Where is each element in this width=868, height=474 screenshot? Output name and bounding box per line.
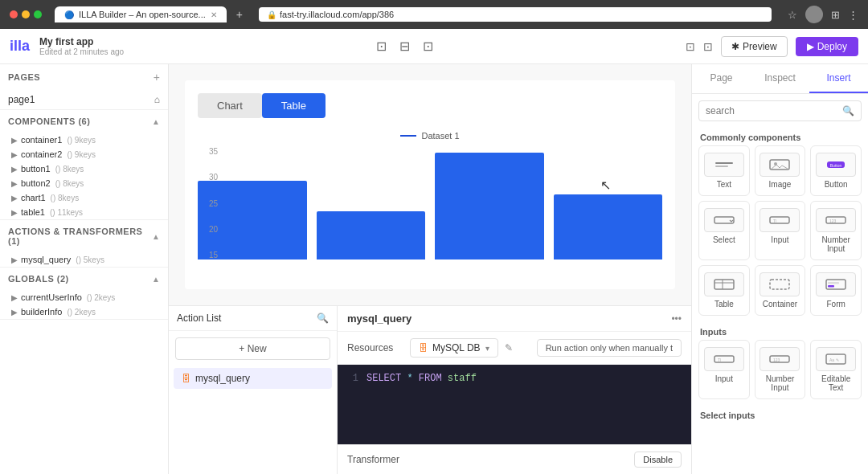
bar-4: [554, 194, 663, 259]
star-icon: ✱: [731, 41, 739, 52]
canvas-content: Chart Table Dataset 1 35 30 25: [185, 80, 675, 289]
right-panel-tabs: Page Inspect Insert: [692, 64, 868, 94]
actions-toggle-icon[interactable]: ▲: [152, 232, 160, 241]
component-select[interactable]: Select: [698, 201, 750, 260]
bar-3: [435, 153, 544, 259]
action-items-list: 🗄 mysql_query: [169, 366, 337, 474]
component-form-label: Form: [826, 300, 845, 309]
action-list-title: Action List: [177, 313, 221, 324]
desktop-layout-icon[interactable]: ⊡: [376, 39, 387, 54]
bookmark-icon[interactable]: ☆: [788, 9, 797, 21]
preview-button[interactable]: ✱ Preview: [721, 36, 788, 57]
minimize-dot[interactable]: [22, 10, 30, 18]
global-current-user[interactable]: ▶ currentUserInfo () 2keys: [0, 290, 168, 304]
action-item-mysql[interactable]: 🗄 mysql_query: [174, 368, 332, 389]
home-icon: ⌂: [154, 94, 160, 105]
pages-add-icon[interactable]: +: [154, 71, 160, 84]
number2-label: Number Input: [759, 374, 802, 392]
number-input2-card[interactable]: 123 Number Input: [755, 340, 806, 399]
global-builder-info[interactable]: ▶ builderInfo () 2keys: [0, 304, 168, 319]
run-condition-text[interactable]: Run action only when manually t: [537, 339, 682, 357]
number-input-component-icon: 123: [816, 208, 856, 232]
disable-button[interactable]: Disable: [634, 452, 682, 468]
actions-header[interactable]: ACTIONS & TRANSFORMERS (1) ▲: [0, 220, 168, 252]
browser-tab[interactable]: 🔵 ILLA Builder – An open-source... ✕: [55, 6, 227, 22]
globals-header[interactable]: GLOBALS (2) ▲: [0, 268, 168, 290]
component-image[interactable]: Image: [755, 145, 806, 196]
component-input[interactable]: T| Input: [755, 201, 806, 260]
right-search-bar[interactable]: 🔍: [698, 100, 862, 121]
logo-mark[interactable]: illa: [10, 38, 30, 55]
inputs-grid: T| Input 123 Number Input Aa ✎ Editable …: [692, 340, 868, 406]
select-inputs-title: Select inputs: [692, 406, 868, 423]
edit-resource-icon[interactable]: ✎: [505, 342, 513, 353]
component-number-input[interactable]: 123 Number Input: [810, 201, 862, 260]
chart-button[interactable]: Chart: [198, 93, 262, 118]
svg-text:Aa ✎: Aa ✎: [829, 358, 839, 362]
tab-title: ILLA Builder – An open-source...: [79, 10, 206, 19]
address-bar[interactable]: 🔒 fast-try.illacloud.com/app/386: [259, 7, 772, 22]
editable-label: Editable Text: [814, 374, 858, 392]
extension-icon[interactable]: ⊞: [831, 9, 840, 21]
component-text-label: Text: [717, 180, 731, 189]
mobile-layout-icon[interactable]: ⊡: [423, 39, 433, 54]
table-button[interactable]: Table: [262, 93, 326, 118]
topbar: illa My first app Edited at 2 minutes ag…: [0, 29, 868, 64]
components-header[interactable]: COMPONENTS (6) ▲: [0, 110, 168, 133]
component-container2[interactable]: ▶ container2 () 9keys: [0, 147, 168, 161]
tab-close-icon[interactable]: ✕: [211, 10, 217, 19]
commonly-components-grid: Text Image Button Button: [692, 145, 868, 322]
editable-text-card[interactable]: Aa ✎ Editable Text: [810, 340, 862, 399]
component-chart1[interactable]: ▶ chart1 () 8keys: [0, 190, 168, 205]
canvas-area: Chart Table Dataset 1 35 30 25: [169, 64, 691, 474]
tab-page[interactable]: Page: [692, 64, 751, 93]
menu-icon[interactable]: ⋮: [848, 9, 858, 21]
code-content: SELECT * FROM staff: [366, 373, 477, 384]
svg-text:T|: T|: [718, 358, 721, 362]
component-text[interactable]: Text: [698, 145, 750, 196]
action-mysql-query[interactable]: ▶ mysql_query () 5keys: [0, 252, 168, 267]
save-icon[interactable]: ⊡: [686, 40, 695, 53]
component-table1[interactable]: ▶ table1 () 11keys: [0, 205, 168, 219]
tablet-layout-icon[interactable]: ⊟: [399, 39, 410, 54]
browser-avatar[interactable]: [805, 6, 823, 23]
right-panel: Page Inspect Insert 🔍 Commonly component…: [691, 64, 868, 474]
svg-rect-11: [714, 280, 734, 289]
component-button2[interactable]: ▶ button2 () 8keys: [0, 176, 168, 190]
legend-label: Dataset 1: [421, 131, 459, 141]
query-more-icon[interactable]: •••: [671, 313, 682, 325]
close-dot[interactable]: [10, 10, 18, 18]
new-action-button[interactable]: + New: [175, 337, 330, 360]
url-text: fast-try.illacloud.com/app/386: [280, 10, 394, 19]
pages-header[interactable]: PAGES +: [0, 64, 168, 90]
component-form[interactable]: Form: [810, 265, 862, 316]
number2-icon: 123: [760, 347, 800, 371]
deploy-button[interactable]: ▶ Deploy: [796, 37, 858, 56]
canvas-top[interactable]: Chart Table Dataset 1 35 30 25: [169, 64, 691, 305]
components-toggle-icon[interactable]: ▲: [152, 117, 160, 126]
share-icon[interactable]: ⊡: [703, 40, 713, 53]
component-button1[interactable]: ▶ button1 () 8keys: [0, 161, 168, 176]
component-container1[interactable]: ▶ container1 () 9keys: [0, 133, 168, 147]
legend-color: [400, 135, 416, 137]
component-table[interactable]: Table: [698, 265, 750, 316]
arrow-right-icon: ▶: [11, 208, 18, 217]
component-input-label: Input: [771, 235, 788, 244]
component-button[interactable]: Button Button: [810, 145, 862, 196]
actions-section: ACTIONS & TRANSFORMERS (1) ▲ ▶ mysql_que…: [0, 220, 168, 268]
action-search-icon[interactable]: 🔍: [317, 313, 329, 324]
search-input[interactable]: [706, 105, 837, 116]
page1-item[interactable]: page1 ⌂: [0, 90, 168, 109]
maximize-dot[interactable]: [34, 10, 42, 18]
new-tab-button[interactable]: +: [236, 8, 243, 21]
chart-legend: Dataset 1: [198, 131, 662, 141]
component-container[interactable]: Container: [755, 265, 806, 316]
text-component-icon: [704, 153, 744, 177]
query-code-area[interactable]: 1 SELECT * FROM staff: [338, 365, 691, 444]
globals-toggle-icon[interactable]: ▲: [152, 275, 160, 284]
canvas-buttons: Chart Table: [185, 80, 675, 118]
tab-inspect[interactable]: Inspect: [751, 64, 809, 93]
input-component-card[interactable]: T| Input: [698, 340, 750, 399]
resources-select[interactable]: 🗄 MySQL DB ▾: [410, 338, 498, 358]
tab-insert[interactable]: Insert: [809, 64, 868, 93]
